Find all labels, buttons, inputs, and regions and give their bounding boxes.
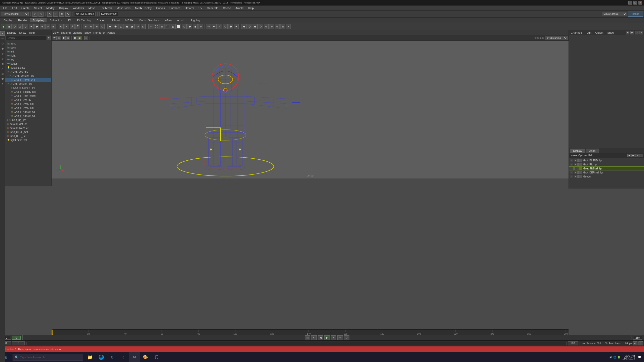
vp-menu-show[interactable]: Show [85, 31, 92, 34]
tool-icon-43[interactable]: ⬡ [247, 24, 252, 29]
tool-icon-13[interactable]: A [70, 24, 75, 29]
tab-channels[interactable]: Channels [570, 31, 583, 35]
range-end[interactable] [568, 341, 578, 345]
tool-icon-14[interactable]: T [75, 24, 80, 29]
menu-modify[interactable]: Modify [44, 6, 56, 10]
tool-icon-15[interactable]: ⊕ [83, 24, 88, 29]
menu-help[interactable]: Help [246, 6, 256, 10]
tool-icon-28[interactable]: ⊞ [159, 24, 165, 29]
time-slider[interactable] [26, 342, 567, 345]
tool-icon-35[interactable]: ⊕ [198, 24, 203, 29]
menu-uv[interactable]: UV [196, 6, 204, 10]
tool-icon-8[interactable]: ⊕ [40, 24, 45, 29]
sound-icon[interactable]: ♪ [638, 341, 643, 345]
tool-icon-46[interactable]: ◈ [264, 24, 269, 29]
sidebar-tool4[interactable]: ⊕ [0, 51, 5, 56]
help-tab[interactable]: Help [588, 154, 593, 157]
tab-motion-graphics[interactable]: Motion Graphics [136, 18, 162, 22]
maximize-button[interactable]: □ [633, 1, 637, 5]
outliner-item-grut-eyehdl2[interactable]: ⊕ Grut_lt_EyeK_hdl [5, 106, 51, 110]
options-tab[interactable]: Options [578, 154, 587, 157]
tool-icon-19[interactable]: ⬢ [107, 24, 112, 29]
outliner-item-front[interactable]: 📷 front [5, 41, 51, 46]
vp-menu-view[interactable]: View [53, 31, 59, 34]
tool-icon-25[interactable]: ⊡ [141, 24, 146, 29]
vp-menu-renderer[interactable]: Renderer [93, 31, 105, 34]
tool-icon-21[interactable]: ◫ [118, 24, 124, 29]
outliner-item-bottom[interactable]: 📷 bottom [5, 62, 51, 66]
outliner-item-grut-spineh[interactable]: ⊕ Grut_c_SpineK_hdl [5, 90, 51, 94]
tab-rigging[interactable]: Rigging [188, 18, 203, 22]
taskbar-file-explorer[interactable]: 📁 [85, 352, 96, 362]
menu-generate[interactable]: Generate [205, 6, 220, 10]
tab-object[interactable]: Object [594, 31, 604, 35]
playback-settings[interactable]: ⚙ [633, 341, 637, 345]
menu-windows[interactable]: Windows [71, 6, 86, 10]
tool-icon-22[interactable]: ⬒ [124, 24, 129, 29]
tab-xgen[interactable]: XGen [162, 18, 174, 22]
layer-icon-1[interactable]: ◀ [627, 154, 631, 157]
tool-icon-17[interactable]: ⊗ [94, 24, 99, 29]
menu-edit-mesh[interactable]: Edit Mesh [98, 6, 114, 10]
tab-custom[interactable]: Custom [94, 18, 109, 22]
layer-rig-v[interactable]: V [570, 163, 573, 166]
menu-curves[interactable]: Curves [154, 6, 167, 10]
tool-icon-48[interactable]: ⊗ [275, 24, 280, 29]
menu-arnold[interactable]: Arnold [233, 6, 246, 10]
outliner-item-grut-arm2[interactable]: ⊕ Grut_lt_ArmsIk_hdl [5, 114, 51, 118]
menu-edit[interactable]: Edit [10, 6, 19, 10]
tab-effront[interactable]: Effront [109, 18, 122, 22]
layer-icon-4[interactable]: - [639, 154, 643, 157]
redo-button[interactable]: ↪ [38, 12, 44, 17]
play-back-button[interactable]: ◀ [318, 335, 323, 340]
skip-to-start-button[interactable]: ⏮ [305, 335, 310, 340]
sidebar-tool6[interactable]: ◉ [0, 61, 5, 66]
sidebar-tool8[interactable]: ⊞ [0, 71, 5, 76]
outliner-help-menu[interactable]: Help [29, 31, 35, 34]
vp-icon3[interactable]: ⬢ [62, 36, 66, 40]
tool-icon-50[interactable]: ✕ [286, 24, 291, 29]
tab-edit[interactable]: Edit [585, 31, 592, 35]
frame-current-field[interactable] [12, 336, 21, 340]
tool-icon-6[interactable]: ✦ [29, 24, 34, 29]
layer-ntskel[interactable]: Grut_NtSkel_lyr [569, 166, 644, 170]
vp-menu-panels[interactable]: Panels [107, 31, 115, 34]
tab-sculpting[interactable]: Sculpting [30, 18, 47, 22]
notification-center[interactable]: 💬 [637, 355, 642, 360]
tool-icon-29[interactable]: ⬛ [165, 24, 170, 29]
vp-shading-icon[interactable]: ⬟ [73, 36, 77, 40]
taskbar-spotify[interactable]: ♫ [118, 352, 129, 362]
loop-button[interactable]: ↺ [344, 335, 349, 340]
layer-rig[interactable]: V P Grut_Rig_lyr [569, 162, 644, 166]
tool-icon-1[interactable]: ◈ [1, 24, 6, 29]
tool-icon-27[interactable]: ⛶ [154, 24, 159, 29]
tab-render[interactable]: Render [16, 18, 30, 22]
tray-icon-3[interactable]: 🔋 [617, 356, 620, 358]
tool-icon-31[interactable]: ⬜ [176, 24, 181, 29]
outliner-item-grut-eye[interactable]: ◉ Grut_c_Eye_pv [5, 98, 51, 102]
outliner-item-grut-root[interactable]: ✦ Grut_c_Root_intctrl [5, 94, 51, 98]
tool-icon-4[interactable]: △ [18, 24, 23, 29]
tool-icon-41[interactable]: ✦ [234, 24, 239, 29]
menu-mesh[interactable]: Mesh [86, 6, 97, 10]
outliner-item-grut-geo[interactable]: ▼ ⬡ Grut_geo_grp [5, 70, 51, 74]
tray-icon-2[interactable]: 🌐 [613, 356, 616, 358]
taskbar-chrome[interactable]: 🌐 [96, 352, 107, 362]
slider-pos[interactable] [12, 341, 25, 345]
vp-wire-icon[interactable]: ▣ [77, 36, 82, 40]
sidebar-tool3[interactable]: ⬢ [0, 46, 5, 51]
tool-icon-11[interactable]: ⬖ [59, 24, 64, 29]
anim-tab[interactable]: Anim [586, 149, 599, 153]
tool-icon-2[interactable]: ◉ [7, 24, 12, 29]
minimize-button[interactable]: — [628, 1, 632, 5]
outliner-item-right[interactable]: 📷 right [5, 54, 51, 58]
outliner-item-back[interactable]: 📷 back [5, 46, 51, 50]
rotate-tool[interactable]: ↻ [59, 12, 64, 17]
outliner-item-grut-defskel2[interactable]: ▼ ⬡ Grut_defSkel_grp [5, 82, 51, 86]
outliner-display-menu[interactable]: Display [7, 31, 16, 34]
view3d[interactable]: persp X Y Z [52, 41, 569, 178]
outliner-filter-icon[interactable]: ▼ [47, 36, 51, 40]
tool-icon-49[interactable]: ⊞ [280, 24, 285, 29]
layer-rig-p[interactable]: P [574, 163, 578, 166]
tool-icon-44[interactable]: ⬟ [253, 24, 258, 29]
